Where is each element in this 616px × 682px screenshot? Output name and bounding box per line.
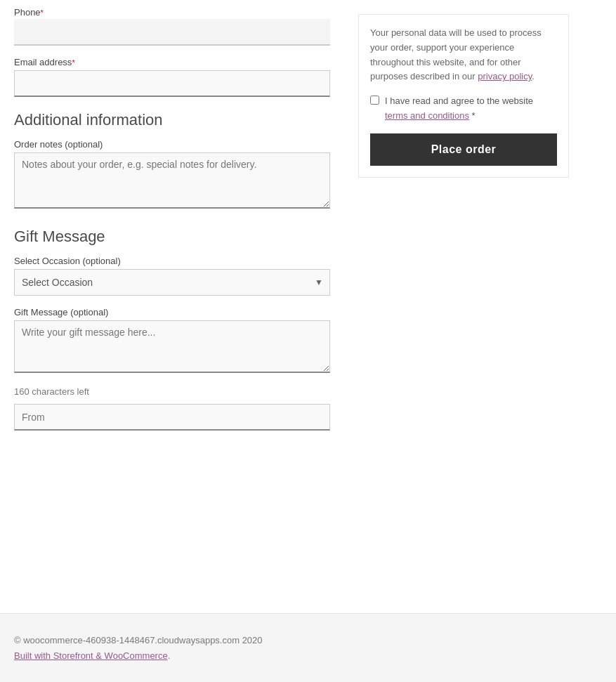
order-notes-label: Order notes (optional) — [14, 139, 330, 150]
select-occasion-wrapper: Select Occasion Birthday Anniversary Chr… — [14, 269, 330, 296]
terms-label: I have read and agree to the website ter… — [385, 94, 557, 124]
footer-storefront-link[interactable]: Built with Storefront & WooCommerce — [14, 650, 168, 661]
gift-message-label: Gift Message (optional) — [14, 307, 330, 317]
additional-info-heading: Additional information — [14, 111, 330, 129]
char-count: 160 characters left — [14, 386, 330, 397]
from-input[interactable] — [14, 404, 330, 431]
page-wrapper: Phone* Email address* Additional informa… — [0, 0, 616, 682]
order-notes-group: Order notes (optional) — [14, 139, 330, 211]
privacy-box: Your personal data will be used to proce… — [358, 14, 569, 178]
main-content: Phone* Email address* Additional informa… — [0, 0, 616, 585]
privacy-text: Your personal data will be used to proce… — [370, 26, 557, 84]
place-order-button[interactable]: Place order — [370, 133, 557, 166]
email-input[interactable] — [14, 70, 330, 97]
phone-input[interactable] — [14, 19, 330, 46]
phone-required: * — [41, 8, 44, 17]
phone-field-group: Phone* — [14, 7, 330, 46]
gift-message-heading: Gift Message — [14, 228, 330, 246]
terms-checkbox[interactable] — [370, 96, 379, 105]
email-label: Email address* — [14, 57, 330, 67]
site-footer: © woocommerce-460938-1448467.cloudwaysap… — [0, 613, 616, 682]
terms-required: * — [472, 110, 476, 121]
email-required: * — [72, 58, 74, 67]
select-occasion-dropdown[interactable]: Select Occasion Birthday Anniversary Chr… — [14, 269, 330, 296]
footer-period: . — [168, 650, 171, 661]
terms-row: I have read and agree to the website ter… — [370, 94, 557, 124]
privacy-policy-link[interactable]: privacy policy — [478, 71, 532, 81]
left-column: Phone* Email address* Additional informa… — [14, 0, 330, 585]
right-column: Your personal data will be used to proce… — [358, 0, 569, 585]
order-notes-textarea[interactable] — [14, 152, 330, 209]
terms-conditions-link[interactable]: terms and conditions — [385, 110, 469, 121]
select-occasion-label: Select Occasion (optional) — [14, 256, 330, 266]
phone-label: Phone* — [14, 7, 330, 18]
email-field-group: Email address* — [14, 57, 330, 97]
footer-copyright: © woocommerce-460938-1448467.cloudwaysap… — [14, 635, 602, 645]
select-occasion-group: Select Occasion (optional) Select Occasi… — [14, 256, 330, 296]
gift-message-group: Gift Message (optional) — [14, 307, 330, 375]
gift-message-textarea[interactable] — [14, 320, 330, 373]
